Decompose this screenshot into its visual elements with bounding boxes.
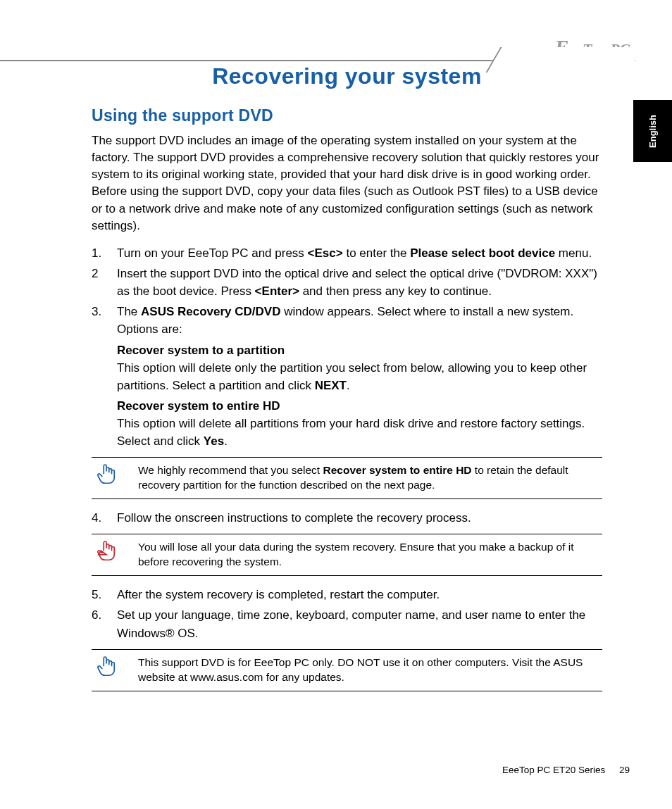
option-2-heading: Recover system to entire HD bbox=[117, 397, 602, 415]
option-2-text: This option will delete all partitions f… bbox=[117, 415, 602, 450]
step-4: 4. Follow the onscreen instructions to c… bbox=[92, 509, 602, 527]
step-2: 2 Insert the support DVD into the optica… bbox=[92, 265, 602, 300]
section-heading: Using the support DVD bbox=[92, 106, 602, 125]
intro-paragraph: The support DVD includes an image of the… bbox=[92, 132, 602, 234]
step-1: 1. Turn on your EeeTop PC and press <Esc… bbox=[92, 244, 602, 262]
hand-icon bbox=[96, 656, 117, 682]
page-number: 29 bbox=[619, 765, 630, 775]
step-5: 5. After the system recovery is complete… bbox=[92, 586, 602, 603]
option-1-heading: Recover system to a partition bbox=[117, 341, 602, 359]
page-footer: EeeTop PC ET20 Series 29 bbox=[502, 765, 630, 775]
option-1-text: This option will delete only the partiti… bbox=[117, 359, 602, 394]
steps-list-cont2: 5. After the system recovery is complete… bbox=[92, 586, 602, 641]
page-content: Recovering your system Using the support… bbox=[92, 63, 602, 701]
step-3: 3. The ASUS Recovery CD/DVD window appea… bbox=[92, 303, 602, 450]
language-tab: English bbox=[633, 100, 672, 162]
hand-icon bbox=[96, 463, 117, 490]
footer-series: EeeTop PC ET20 Series bbox=[502, 765, 605, 775]
note-support-dvd: This support DVD is for EeeTop PC only. … bbox=[92, 649, 602, 691]
warning-hand-icon bbox=[96, 540, 117, 567]
note-warning: You will lose all your data during the s… bbox=[92, 534, 602, 576]
note-recommend: We highly recommend that you select Reco… bbox=[92, 457, 602, 499]
steps-list: 1. Turn on your EeeTop PC and press <Esc… bbox=[92, 244, 602, 451]
page-title: Recovering your system bbox=[92, 63, 602, 89]
step-6: 6. Set up your language, time zone, keyb… bbox=[92, 606, 602, 641]
steps-list-cont1: 4. Follow the onscreen instructions to c… bbox=[92, 509, 602, 527]
header-rule bbox=[0, 60, 635, 61]
